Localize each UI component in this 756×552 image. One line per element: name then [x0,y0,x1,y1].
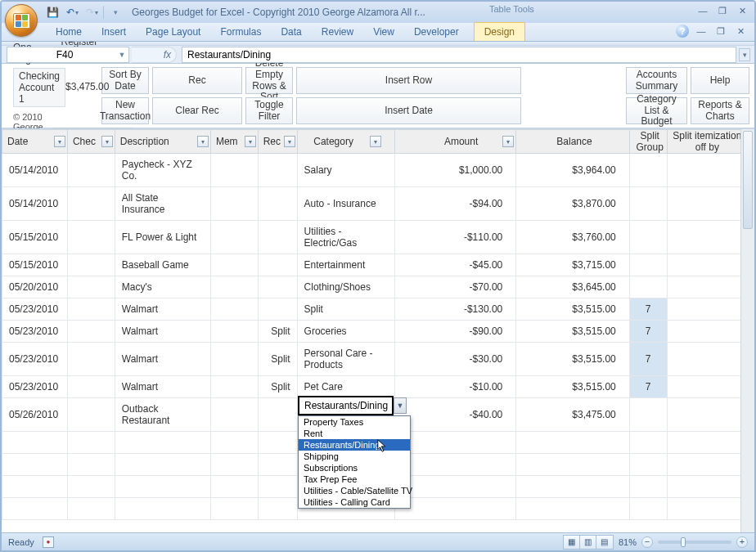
cell-date[interactable]: 05/23/2010 [2,298,68,321]
cell-rec[interactable] [258,398,297,432]
category-list-button[interactable]: Category List & Budget [626,97,687,124]
insert-row-button[interactable]: Insert Row [296,67,521,94]
cell-date[interactable]: 05/23/2010 [2,376,68,398]
cell-split-group[interactable]: 7 [629,321,667,343]
cell-rec[interactable] [258,298,297,321]
cell-amount[interactable]: -$40.00 [394,398,516,432]
cell-check[interactable] [67,187,115,221]
clear-rec-button[interactable]: Clear Rec [152,97,242,124]
cell-amount[interactable]: -$10.00 [394,376,516,398]
tab-data[interactable]: Data [271,23,311,41]
cell-category[interactable]: Pet Care [297,376,394,398]
cell-amount[interactable]: -$45.00 [394,254,516,276]
minimize-button[interactable]: — [695,4,710,17]
dropdown-option[interactable]: Subscriptions [299,462,410,473]
cell-check[interactable] [67,154,115,187]
filter-icon[interactable]: ▾ [370,136,381,147]
cell-split-group[interactable] [629,187,667,221]
tab-formulas[interactable]: Formulas [210,23,271,41]
cell-amount[interactable]: $1,000.00 [394,154,516,187]
cell-rec[interactable] [258,154,297,187]
filter-icon[interactable]: ▾ [245,136,256,147]
cell-rec[interactable]: Split [258,321,297,343]
reports-charts-button[interactable]: Reports & Charts [691,97,749,124]
table-row[interactable]: 05/23/2010WalmartSplitPersonal Care - Pr… [2,343,745,376]
macro-record-icon[interactable]: ● [43,536,54,548]
cell-check[interactable] [67,376,115,398]
cell-category[interactable]: Personal Care - Products [297,343,394,376]
tab-developer[interactable]: Developer [404,23,469,41]
filter-icon[interactable]: ▾ [101,136,113,147]
cell-split-group[interactable] [629,398,667,432]
cell-split-item[interactable] [667,187,744,221]
table-row[interactable]: 05/15/2010Baseball GameEntertainment-$45… [2,254,745,276]
cell-check[interactable] [67,398,115,432]
dropdown-option[interactable]: Property Taxes [299,416,410,428]
cell-split-item[interactable] [667,376,744,398]
cell-rec[interactable] [258,187,297,221]
qat-undo[interactable]: ↶ [64,4,80,20]
help-icon[interactable]: ? [676,25,689,38]
table-row[interactable]: 05/23/2010WalmartSplit-$130.00$3,515.007 [2,298,745,321]
table-row[interactable]: 05/14/2010All State InsuranceAuto - Insu… [2,187,745,221]
cell-desc[interactable]: Walmart [115,321,210,343]
cell-split-item[interactable] [667,298,744,321]
filter-icon[interactable]: ▾ [197,136,209,147]
cell-category[interactable]: Salary [297,154,394,187]
accounts-summary-button[interactable]: Accounts Summary [626,67,687,94]
cell-date[interactable]: 05/23/2010 [2,343,68,376]
scrollbar-thumb[interactable] [743,131,753,229]
cell-rec[interactable] [258,221,297,254]
cell-balance[interactable]: $3,515.00 [516,321,629,343]
cell-memo[interactable] [210,298,258,321]
cell-memo[interactable] [210,254,258,276]
cell-category[interactable]: Entertainment [297,254,394,276]
cell-category[interactable]: Split [297,298,394,321]
cell-date[interactable]: 05/14/2010 [2,154,68,187]
cell-rec[interactable] [258,254,297,276]
tab-design[interactable]: Design [474,22,525,41]
active-cell-category[interactable]: Restaurants/Dining ▼ [298,396,394,415]
name-box[interactable]: F40 ▼ [7,47,129,63]
tab-insert[interactable]: Insert [92,23,136,41]
cell-split-item[interactable] [667,154,744,187]
cell-balance[interactable]: $3,715.00 [516,254,629,276]
insert-date-button[interactable]: Insert Date [296,97,521,124]
cell-desc[interactable]: Baseball Game [115,254,210,276]
zoom-in-button[interactable]: + [736,536,748,548]
cell-split-group[interactable]: 7 [629,343,667,376]
cell-memo[interactable] [210,321,258,343]
cell-category[interactable]: Clothing/Shoes [297,276,394,298]
cell-split-item[interactable] [667,276,744,298]
cell-category[interactable]: Auto - Insurance [297,187,394,221]
insert-function-button[interactable]: fx [132,47,177,63]
filter-icon[interactable]: ▾ [502,136,514,147]
cell-date[interactable]: 05/23/2010 [2,321,68,343]
table-row[interactable]: 05/23/2010WalmartSplitPet Care-$10.00$3,… [2,376,745,398]
new-transaction-button[interactable]: New Transaction [101,97,149,124]
cell-rec[interactable]: Split [258,343,297,376]
cell-memo[interactable] [210,221,258,254]
cell-desc[interactable]: FL Power & Light [115,221,210,254]
cell-split-item[interactable] [667,343,744,376]
cell-desc[interactable]: Macy's [115,276,210,298]
cell-memo[interactable] [210,187,258,221]
cell-date[interactable]: 05/26/2010 [2,398,68,432]
cell-amount[interactable]: -$30.00 [394,343,516,376]
cell-memo[interactable] [210,398,258,432]
workbook-restore[interactable]: ❐ [713,25,728,38]
cell-split-group[interactable] [629,154,667,187]
cell-amount[interactable]: -$90.00 [394,321,516,343]
cell-desc[interactable]: Paycheck - XYZ Co. [115,154,210,187]
qat-customize[interactable]: ▾ [107,4,124,20]
cell-date[interactable]: 05/15/2010 [2,221,68,254]
office-button[interactable] [5,4,38,37]
cell-check[interactable] [67,298,115,321]
cell-check[interactable] [67,221,115,254]
toggle-filter-button[interactable]: Toggle Filter [245,97,293,124]
cell-balance[interactable]: $3,645.00 [516,276,629,298]
cell-desc[interactable]: Walmart [115,298,210,321]
table-row[interactable]: 05/14/2010Paycheck - XYZ Co.Salary$1,000… [2,154,745,187]
cell-balance[interactable]: $3,475.00 [516,398,629,432]
cell-balance[interactable]: $3,515.00 [516,343,629,376]
